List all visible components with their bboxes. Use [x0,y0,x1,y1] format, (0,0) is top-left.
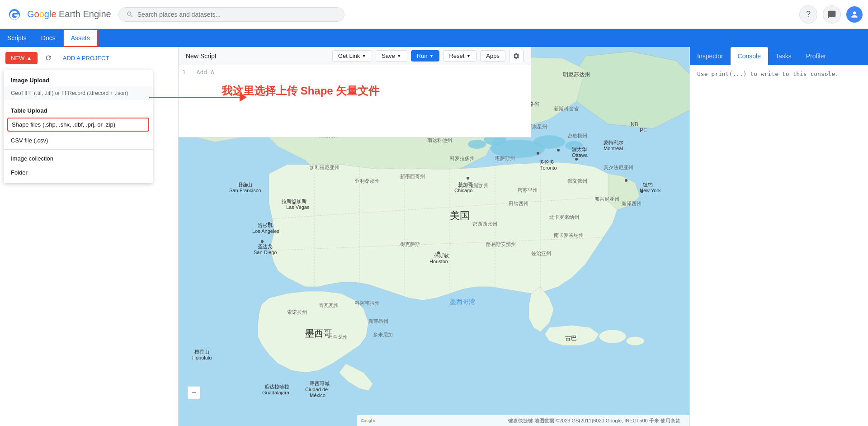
nav-tabs: Scripts Docs Assets [0,29,868,47]
svg-text:Toronto: Toronto [540,165,557,170]
search-input[interactable] [137,11,337,18]
svg-text:NB: NB [631,121,638,128]
reset-button[interactable]: Reset ▼ [443,50,476,62]
svg-text:Chicago: Chicago [454,188,472,193]
notifications-button[interactable] [823,5,841,24]
svg-text:美国: 美国 [450,210,470,221]
code-area[interactable]: 1 Add A [179,65,531,79]
svg-text:新莱昂州: 新莱昂州 [368,318,388,324]
avatar[interactable] [846,6,863,23]
zoom-controls: − [188,386,200,399]
tab-profiler[interactable]: Profiler [799,47,833,65]
svg-text:旧金山: 旧金山 [237,182,252,187]
annotation-text: 我这里选择上传 Shape 矢量文件 [222,84,379,98]
dropdown-menu: Image Upload GeoTIFF (.tif, .tiff) or TF… [4,70,153,183]
svg-text:路易斯安那州: 路易斯安那州 [486,241,516,247]
right-panel-tabs: Inspector Console Tasks Profiler [690,47,868,65]
save-arrow-icon: ▼ [397,53,401,58]
left-panel: NEW ▲ ADD A PROJECT Image Upload GeoTIFF… [0,47,179,426]
svg-text:北卡罗来纳州: 北卡罗来纳州 [549,214,579,220]
geotiff-option[interactable]: GeoTIFF (.tif, .tiff) or TFRecord (.tfre… [4,86,153,100]
image-upload-title: Image Upload [4,73,153,85]
tab-assets[interactable]: Assets [63,29,98,47]
svg-text:Ottawa: Ottawa [572,152,588,158]
zoom-minus-button[interactable]: − [188,386,200,399]
header: Google Earth Engine ? [0,0,868,29]
svg-text:南卡罗来纳州: 南卡罗来纳州 [554,232,584,238]
svg-text:蒙特利尔: 蒙特利尔 [604,140,623,145]
svg-text:墨西哥湾: 墨西哥湾 [450,298,475,305]
folder-option[interactable]: Folder [4,166,153,180]
svg-text:México: México [310,393,326,398]
svg-text:渥太华: 渥太华 [572,147,587,152]
header-right: ? [799,5,863,24]
svg-text:o: o [366,418,368,423]
map-attribution: 键盘快捷键 地图数据 ©2023 GS(2011)6020 Google, IN… [508,417,680,424]
console-text: Use print(...) to write to this console. [697,71,839,77]
svg-text:o: o [364,418,366,423]
reset-arrow-icon: ▼ [466,53,471,58]
svg-text:加利福尼亚州: 加利福尼亚州 [310,165,340,170]
apps-button[interactable]: Apps [480,50,505,62]
svg-text:瓜达拉哈拉: 瓜达拉哈拉 [264,384,289,389]
google-logo-icon [5,5,24,24]
svg-text:南达科他州: 南达科他州 [427,137,452,143]
tab-docs[interactable]: Docs [34,29,63,47]
svg-text:亚利桑那州: 亚利桑那州 [355,178,380,184]
svg-text:Honolulu: Honolulu [192,355,212,360]
logo-text: Google Earth Engine [27,9,111,19]
svg-point-20 [537,152,539,155]
save-label: Save [382,52,395,59]
search-icon [126,10,134,19]
csv-option[interactable]: CSV file (.csv) [4,133,153,147]
svg-text:弗吉尼亚州: 弗吉尼亚州 [594,196,619,202]
svg-text:Los Angeles: Los Angeles [252,228,279,234]
svg-text:内布拉斯加州: 内布拉斯加州 [459,183,489,188]
add-project-button[interactable]: ADD A PROJECT [59,52,113,64]
svg-point-21 [467,177,469,180]
svg-text:古巴: 古巴 [565,335,577,341]
image-collection-option[interactable]: Image collection [4,151,153,166]
get-link-button[interactable]: Get Link ▼ [332,50,372,62]
svg-text:科罗拉多州: 科罗拉多州 [450,156,475,161]
shapefile-option[interactable]: Shape files (.shp, .shx, .dbf, .prj, or … [7,118,149,132]
svg-point-7 [468,140,486,149]
tab-console[interactable]: Console [731,47,768,65]
svg-text:多伦多: 多伦多 [539,159,554,165]
new-button[interactable]: NEW ▲ [5,52,38,64]
svg-text:新斯科舍省: 新斯科舍省 [554,106,579,111]
svg-point-3 [626,336,644,346]
get-link-label: Get Link [338,52,360,59]
svg-text:g: g [368,418,371,423]
tab-inspector[interactable]: Inspector [690,47,731,65]
line-number-1: 1 [182,69,186,76]
svg-text:Montréal: Montréal [604,146,623,151]
svg-text:e: e [373,418,375,423]
svg-text:奇瓦瓦州: 奇瓦瓦州 [319,303,339,308]
svg-text:宾夕法尼亚州: 宾夕法尼亚州 [604,165,633,170]
run-button[interactable]: Run ▼ [411,50,440,62]
editor-header: New Script Get Link ▼ Save ▼ Run ▼ Reset… [179,47,531,65]
svg-point-17 [625,179,627,182]
tab-scripts[interactable]: Scripts [0,29,34,47]
svg-text:l: l [371,418,372,423]
svg-text:洛杉矶: 洛杉矶 [258,222,273,228]
refresh-button[interactable] [41,51,56,65]
gear-button[interactable] [509,49,524,63]
save-button[interactable]: Save ▼ [376,50,407,62]
svg-text:纽约: 纽约 [643,182,653,187]
svg-text:得克萨斯: 得克萨斯 [400,241,420,247]
svg-text:密歇根州: 密歇根州 [567,133,587,138]
svg-text:San Francisco: San Francisco [229,188,261,193]
svg-text:墨西哥城: 墨西哥城 [310,381,330,386]
svg-text:Ciudad de: Ciudad de [305,387,328,392]
get-link-arrow-icon: ▼ [362,53,366,58]
logo: Google Earth Engine [5,5,111,24]
code-placeholder: Add A [197,69,214,76]
svg-text:拉斯维加斯: 拉斯维加斯 [282,199,307,204]
svg-text:Guadalajara: Guadalajara [262,390,290,395]
search-bar[interactable] [118,7,344,22]
help-button[interactable]: ? [799,5,817,24]
svg-text:多米尼加: 多米尼加 [373,332,393,337]
tab-tasks[interactable]: Tasks [768,47,799,65]
